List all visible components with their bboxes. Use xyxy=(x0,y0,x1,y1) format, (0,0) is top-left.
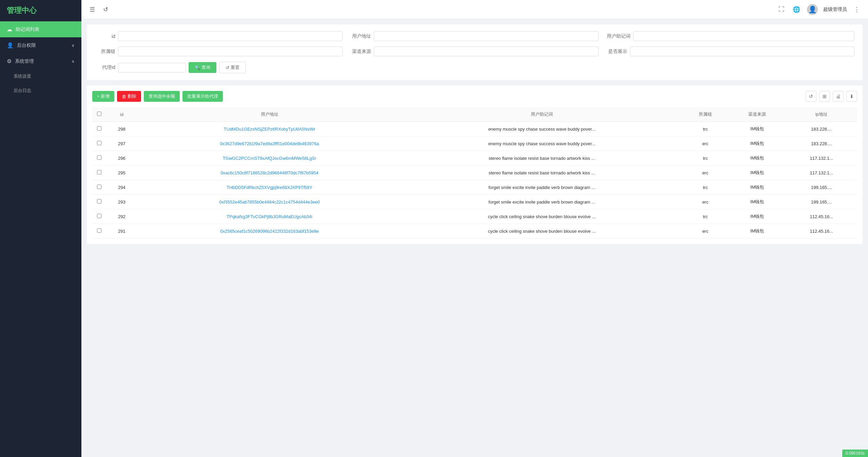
filter-input-agent-id[interactable] xyxy=(118,63,186,73)
avatar: 👤 xyxy=(807,4,818,15)
row-checkbox-cell xyxy=(92,180,106,195)
row-checkbox-cell xyxy=(92,195,106,209)
column-settings-button[interactable]: ⊞ xyxy=(819,91,830,102)
filter-row-address: 用户地址 xyxy=(351,31,598,41)
col-header-address: 用户地址 xyxy=(138,107,402,122)
table-row: 297 0x3627d9e672b1f9a7ed9a3ff51e004de9b4… xyxy=(92,136,857,151)
fullscreen-button[interactable]: ⛶ xyxy=(777,4,786,14)
main-content: ☰ ↺ ⛶ 🌐 👤 超级管理员 ⋮ id 用户地址 xyxy=(81,0,868,457)
cell-ip: 117.132.1... xyxy=(786,166,857,180)
delete-icon: 🗑 xyxy=(122,94,126,99)
cell-id: 294 xyxy=(106,180,138,195)
check-balance-button[interactable]: 查询选中余额 xyxy=(144,91,180,102)
filter-input-source[interactable] xyxy=(374,46,598,56)
cell-address[interactable]: 0xf3552e45ab7855b0e4484c22c1c4754d444e3e… xyxy=(138,195,402,209)
cell-ip: 112.45.16... xyxy=(786,209,857,224)
cell-address[interactable]: 0x2565ceaf1c50269096b2422f332d163abf153e… xyxy=(138,224,402,239)
row-checkbox[interactable] xyxy=(97,155,101,160)
cell-source: IM钱包 xyxy=(729,151,786,166)
refresh-button[interactable]: ↺ xyxy=(102,4,110,15)
cell-id: 291 xyxy=(106,224,138,239)
key-icon: ☁ xyxy=(7,26,12,33)
row-checkbox[interactable] xyxy=(97,126,101,131)
filter-label-address: 用户地址 xyxy=(351,33,371,39)
cell-address[interactable]: THbDD5FdRkchZ5XVgjq9re68XJXP9Tf58Y xyxy=(138,180,402,195)
sidebar-sub-item-backend-log[interactable]: 后台日志 xyxy=(0,83,81,98)
cell-mnemonic: cycle click ceiling snake shove burden b… xyxy=(401,209,682,224)
export-button[interactable]: ⬇ xyxy=(846,91,857,102)
cell-id: 292 xyxy=(106,209,138,224)
table-toolbar: + 新增 🗑 删除 查询选中余额 批量展示给代理 ↺ ⊞ 🖨 ⬇ xyxy=(92,91,857,102)
batch-show-button[interactable]: 批量展示给代理 xyxy=(182,91,223,102)
cell-chain: erc xyxy=(682,166,729,180)
cell-source: IM钱包 xyxy=(729,122,786,136)
header-left: ☰ ↺ xyxy=(88,4,110,15)
sidebar-item-label: 后台权限 xyxy=(17,42,36,49)
print-button[interactable]: 🖨 xyxy=(833,91,844,102)
sidebar-logo: 管理中心 xyxy=(0,0,81,21)
row-checkbox[interactable] xyxy=(97,170,101,174)
filter-agent-row: 代理id 🔍 查询 ↺ 重置 xyxy=(95,62,854,73)
reset-button[interactable]: ↺ 重置 xyxy=(219,62,246,73)
admin-name: 超级管理员 xyxy=(823,6,847,13)
cell-chain: trc xyxy=(682,151,729,166)
sidebar-sub-item-label: 后台日志 xyxy=(14,88,31,94)
row-checkbox[interactable] xyxy=(97,185,101,189)
header-checkbox-col xyxy=(92,107,106,122)
filter-row-source: 渠道来源 xyxy=(351,46,598,56)
row-checkbox-cell xyxy=(92,209,106,224)
sidebar-item-label: 系统管理 xyxy=(15,58,34,64)
sidebar-sub-item-system-settings[interactable]: 系统设置 xyxy=(0,69,81,83)
delete-button[interactable]: 🗑 删除 xyxy=(117,91,141,102)
cell-source: IM钱包 xyxy=(729,180,786,195)
row-checkbox[interactable] xyxy=(97,141,101,145)
sidebar-toggle-button[interactable]: ☰ xyxy=(88,4,96,15)
cell-address[interactable]: TPqkafxg3FTvCGkPj8bJGRuMaEUgcAb34i xyxy=(138,209,402,224)
cell-address[interactable]: TGwGC2PCCrnST8xAfQJocGw6mMWe58LgSr xyxy=(138,151,402,166)
cell-source: IM钱包 xyxy=(729,209,786,224)
table-panel: + 新增 🗑 删除 查询选中余额 批量展示给代理 ↺ ⊞ 🖨 ⬇ xyxy=(87,85,863,244)
cell-ip: 183.228.... xyxy=(786,136,857,151)
table-row: 296 TGwGC2PCCrnST8xAfQJocGw6mMWe58LgSr s… xyxy=(92,151,857,166)
filter-row-display: 是否展示 xyxy=(607,46,854,56)
filter-input-mnemonic[interactable] xyxy=(633,31,854,41)
row-checkbox-cell xyxy=(92,166,106,180)
row-checkbox[interactable] xyxy=(97,228,101,233)
row-checkbox[interactable] xyxy=(97,214,101,218)
cell-chain: erc xyxy=(682,224,729,239)
select-all-checkbox[interactable] xyxy=(97,112,101,116)
sidebar-item-mnemonic-list[interactable]: ☁ 助记词列表 xyxy=(0,21,81,37)
filter-input-chain[interactable] xyxy=(118,46,343,56)
sidebar-item-backend-perms[interactable]: 👤 后台权限 ∨ xyxy=(0,37,81,53)
refresh-table-button[interactable]: ↺ xyxy=(806,91,816,102)
filter-input-id[interactable] xyxy=(118,31,343,41)
search-button-label: 查询 xyxy=(201,64,210,71)
row-checkbox-cell xyxy=(92,151,106,166)
table-row: 298 TUdMDu1GEzsNSjZEPz6RXobyTpU8A5NsWr e… xyxy=(92,122,857,136)
cell-id: 297 xyxy=(106,136,138,151)
row-checkbox-cell xyxy=(92,224,106,239)
cell-source: IM钱包 xyxy=(729,166,786,180)
cell-address[interactable]: 0x3627d9e672b1f9a7ed9a3ff51e004de9b46397… xyxy=(138,136,402,151)
cell-address[interactable]: 0xac6c150c8f7186528c2d966448f70dc7f87b59… xyxy=(138,166,402,180)
cell-mnemonic: enemy muscle spy chase success wave budd… xyxy=(401,122,682,136)
header: ☰ ↺ ⛶ 🌐 👤 超级管理员 ⋮ xyxy=(81,0,868,19)
col-header-ip: ip地址 xyxy=(786,107,857,122)
filter-input-address[interactable] xyxy=(374,31,598,41)
filter-label-mnemonic: 用户助记词 xyxy=(607,33,631,39)
add-button[interactable]: + 新增 xyxy=(92,91,114,102)
sidebar-item-system-mgmt[interactable]: ⚙ 系统管理 ∧ xyxy=(0,53,81,69)
search-button[interactable]: 🔍 查询 xyxy=(189,62,216,73)
language-button[interactable]: 🌐 xyxy=(791,4,802,15)
cell-chain: trc xyxy=(682,180,729,195)
cell-chain: erc xyxy=(682,136,729,151)
filter-input-display[interactable] xyxy=(630,46,854,56)
cell-address[interactable]: TUdMDu1GEzsNSjZEPz6RXobyTpU8A5NsWr xyxy=(138,122,402,136)
status-value: 0.096163s xyxy=(846,451,865,456)
cell-id: 298 xyxy=(106,122,138,136)
cell-mnemonic: enemy muscle spy chase success wave budd… xyxy=(401,136,682,151)
row-checkbox[interactable] xyxy=(97,199,101,204)
header-right: ⛶ 🌐 👤 超级管理员 ⋮ xyxy=(777,4,861,15)
cell-ip: 199.165.... xyxy=(786,195,857,209)
more-button[interactable]: ⋮ xyxy=(852,4,861,15)
